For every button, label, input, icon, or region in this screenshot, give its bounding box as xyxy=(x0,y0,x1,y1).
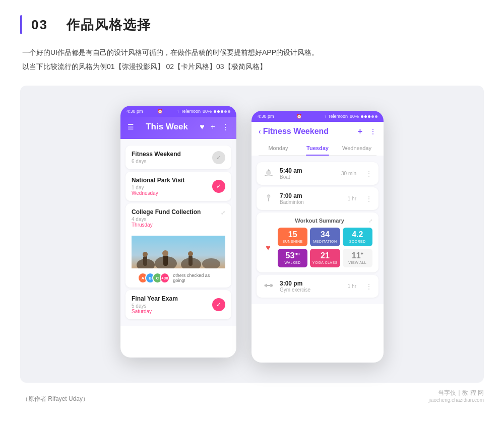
schedule-item[interactable]: 5:40 am Boat 30 min ⋮ xyxy=(257,162,379,185)
left-battery: 80% xyxy=(203,109,212,114)
dot1 xyxy=(214,110,216,113)
cell-number: 53mi xyxy=(286,252,300,260)
svg-point-13 xyxy=(268,195,269,196)
task-days: 1 day xyxy=(132,185,225,190)
schedule-name: Boat xyxy=(280,174,336,180)
section-title: 03 作品风格选择 xyxy=(31,16,151,34)
task-title: Final Year Exam xyxy=(132,295,225,302)
task-item[interactable]: Fitness Weekend 6 days ✓ xyxy=(125,146,231,169)
task-item-image[interactable]: College Fund Collection 4 days Thrusday … xyxy=(125,203,231,288)
add-icon[interactable]: + xyxy=(358,127,362,136)
tab-monday[interactable]: Monday xyxy=(259,141,298,155)
workout-grid: 15 SUNSHINE 34 MEDITATION 4.2 SCORED xyxy=(278,228,372,267)
right-phone-header: ‹ Fitness Weekend + ⋮ Monday Tuesday Wed… xyxy=(251,122,384,156)
dots-icon[interactable]: ⋮ xyxy=(221,122,229,132)
tab-tuesday[interactable]: Tuesday xyxy=(298,141,337,155)
right-status-time: 4:30 pm xyxy=(258,114,274,119)
check-circle-pink[interactable]: ✓ xyxy=(212,180,225,193)
heart-icon[interactable]: ♥ xyxy=(200,122,205,131)
schedule-info: 3:00 pm Gym exercise xyxy=(280,280,343,293)
schedule-time: 5:40 am xyxy=(280,167,336,174)
task-title: Fitness Weekend xyxy=(132,151,225,158)
cell-number: 15 xyxy=(288,231,297,239)
cell-label: VIEW ALL xyxy=(348,261,366,264)
boat-icon xyxy=(263,168,275,180)
footer-credit: （原作者 Rifayet Uday） xyxy=(20,395,89,403)
signal-dots xyxy=(214,110,230,113)
cell-label: SCORED xyxy=(349,240,366,243)
expand-icon[interactable]: ⤢ xyxy=(221,209,225,216)
tab-wednesday[interactable]: Wednesday xyxy=(337,141,376,155)
badminton-icon xyxy=(263,193,275,205)
task-item[interactable]: Final Year Exam 5 days Saturday ✓ xyxy=(125,290,231,319)
day-tabs: Monday Tuesday Wednesday xyxy=(259,141,376,156)
section-title-text: 作品风格选择 xyxy=(67,17,151,32)
right-status-right: ↑ Telemoon 80% xyxy=(324,114,377,119)
avatar-count: +30 xyxy=(160,272,170,283)
phone-right: 4:30 pm ⏰ ↑ Telemoon 80% xyxy=(251,111,384,363)
heart-workout-icon: ♥ xyxy=(266,243,271,252)
task-item[interactable]: National Park Visit 1 day Wednesday ✓ xyxy=(125,172,231,201)
workout-cell: 53mi WALKED xyxy=(278,249,307,267)
task-days: 5 days xyxy=(132,303,225,309)
back-arrow[interactable]: ‹ xyxy=(259,127,261,135)
task-avatars: A B C +30 others checked as going! xyxy=(132,268,225,288)
schedule-more-icon[interactable]: ⋮ xyxy=(365,195,372,203)
description: 一个好的UI作品都是有自己的设计风格可循的，在做作品稿的时候要提前想好APP的设… xyxy=(20,45,484,74)
dot4 xyxy=(224,110,227,113)
right-status-bar: 4:30 pm ⏰ ↑ Telemoon 80% xyxy=(251,111,384,122)
schedule-item[interactable]: 3:00 pm Gym exercise 1 hr ⋮ xyxy=(257,275,379,298)
task-day-highlight: Thrusday xyxy=(132,222,225,228)
cell-number: 34 xyxy=(321,231,330,239)
check-circle-gray[interactable]: ✓ xyxy=(212,151,225,164)
cell-label: YOGA CLASS xyxy=(312,261,338,264)
section-header: 03 作品风格选择 xyxy=(20,15,484,34)
svg-point-14 xyxy=(269,195,270,196)
section-number: 03 xyxy=(31,17,48,32)
crowd-image xyxy=(132,236,225,268)
task-day-highlight: Saturday xyxy=(132,309,225,314)
workout-expand-icon[interactable]: ⤢ xyxy=(368,218,372,224)
schedule-time: 7:00 am xyxy=(280,192,343,199)
gym-icon xyxy=(263,280,275,293)
right-battery: 80% xyxy=(350,114,359,119)
check-circle-pink[interactable]: ✓ xyxy=(212,298,225,311)
svg-rect-19 xyxy=(270,283,272,287)
svg-rect-20 xyxy=(267,285,271,286)
header-right-icons: + ⋮ xyxy=(358,127,376,136)
left-status-time: 4:30 pm xyxy=(127,109,143,114)
workout-cell-viewall[interactable]: 11+ VIEW ALL xyxy=(343,249,372,267)
schedule-list: 5:40 am Boat 30 min ⋮ xyxy=(251,156,384,304)
dot1 xyxy=(361,115,363,118)
schedule-duration: 1 hr xyxy=(348,283,356,289)
menu-icon[interactable]: ☰ xyxy=(128,123,134,131)
footer: （原作者 Rifayet Uday） 当字侠｜教 程 网 jiaocheng.c… xyxy=(20,388,484,403)
schedule-more-icon[interactable]: ⋮ xyxy=(365,170,372,178)
showcase-area: 4:30 pm ⏰ ↑ Telemoon 80% ☰ xyxy=(20,86,484,383)
svg-point-15 xyxy=(268,194,269,195)
fitness-title: Fitness Weekend xyxy=(263,127,329,136)
left-carrier: Telemoon xyxy=(181,109,201,114)
description-line1: 一个好的UI作品都是有自己的设计风格可循的，在做作品稿的时候要提前想好APP的设… xyxy=(22,45,484,59)
dot2 xyxy=(217,110,220,113)
section-bar xyxy=(20,15,22,34)
cell-label: MEDITATION xyxy=(313,240,337,243)
back-row: ‹ Fitness Weekend + ⋮ xyxy=(259,127,376,136)
plus-icon[interactable]: + xyxy=(211,122,215,131)
schedule-more-icon[interactable]: ⋮ xyxy=(365,282,372,291)
more-icon[interactable]: ⋮ xyxy=(369,127,376,135)
cell-label: SUNSHINE xyxy=(283,240,303,243)
svg-rect-7 xyxy=(163,255,168,266)
schedule-item[interactable]: 7:00 am Badminton 1 hr ⋮ xyxy=(257,187,379,210)
svg-rect-18 xyxy=(266,283,267,287)
schedule-info: 7:00 am Badminton xyxy=(280,192,343,205)
workout-title: Workout Summary xyxy=(271,218,368,224)
dot5 xyxy=(228,110,230,113)
workout-summary-card: Workout Summary ⤢ ♥ 15 SUNSHINE xyxy=(257,212,379,272)
task-title: College Fund Collection xyxy=(132,208,225,216)
left-header-title: This Week xyxy=(146,122,188,132)
svg-rect-9 xyxy=(188,255,193,266)
dot3 xyxy=(368,115,370,118)
others-text: others checked as going! xyxy=(173,273,219,283)
dot5 xyxy=(375,115,377,118)
